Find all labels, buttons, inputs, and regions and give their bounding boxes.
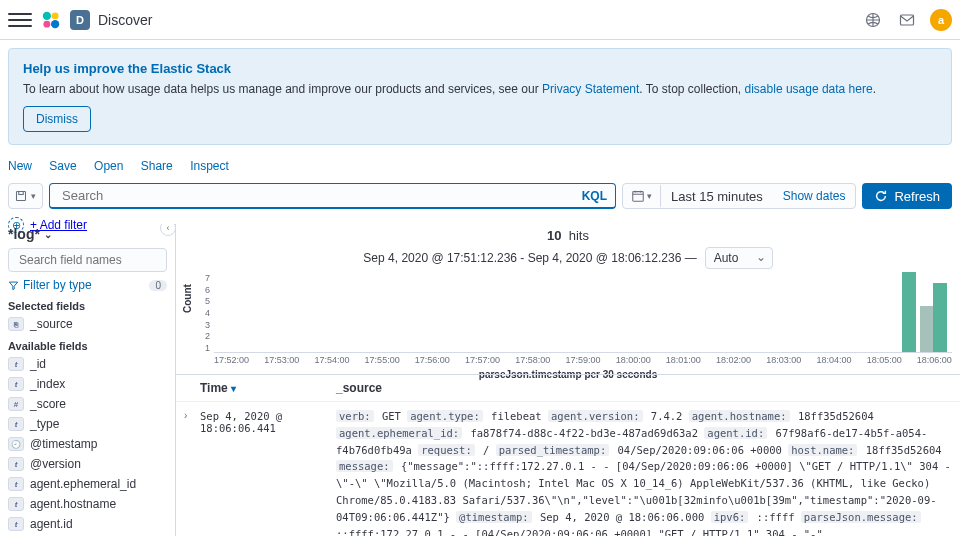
refresh-button[interactable]: Refresh [862,183,952,209]
interval-select[interactable]: Auto [705,247,773,269]
available-fields-label: Available fields [8,340,167,352]
field-item[interactable]: t@version [8,454,167,474]
menu-toggle-icon[interactable] [8,8,32,32]
hits-count: 10 hits [176,224,960,247]
svg-rect-5 [901,15,914,25]
doc-time: Sep 4, 2020 @ 18:06:06.441 [200,408,336,434]
time-range-text: Sep 4, 2020 @ 17:51:12.236 - Sep 4, 2020… [363,251,696,265]
kql-toggle[interactable]: KQL [582,189,607,203]
show-dates-link[interactable]: Show dates [773,185,856,207]
y-axis: 7654321 [200,273,210,353]
query-bar: ▾ KQL ▾ Last 15 minutes Show dates Refre… [0,179,960,213]
histogram-chart[interactable]: Count 7654321 17:52:0017:53:0017:54:0017… [184,273,952,383]
elastic-logo-icon [40,9,62,31]
collapse-sidebar-icon[interactable]: ‹ [160,224,176,236]
field-item[interactable]: t_id [8,354,167,374]
field-item[interactable]: tagent.ephemeral_id [8,474,167,494]
share-link[interactable]: Share [141,159,173,173]
chevron-down-icon: ⌄ [44,229,52,240]
field-item[interactable]: ⎘_source [8,314,167,334]
chart-plot [214,273,952,353]
inspect-link[interactable]: Inspect [190,159,229,173]
x-axis: 17:52:0017:53:0017:54:0017:55:0017:56:00… [214,355,952,365]
field-item[interactable]: tagent.hostname [8,494,167,514]
table-header: Time ▾ _source [176,375,960,402]
svg-point-3 [51,20,59,28]
svg-rect-7 [19,192,24,195]
field-item[interactable]: tagent.id [8,514,167,534]
newsfeed-icon[interactable] [862,9,884,31]
date-range-label[interactable]: Last 15 minutes [661,185,773,208]
y-axis-label: Count [182,284,193,313]
privacy-link[interactable]: Privacy Statement [542,82,639,96]
results-panel: 10 hits Sep 4, 2020 @ 17:51:12.236 - Sep… [176,224,960,536]
refresh-icon [874,189,888,203]
svg-point-2 [43,20,50,27]
field-search[interactable] [8,248,167,272]
selected-fields-label: Selected fields [8,300,167,312]
svg-rect-8 [633,192,644,202]
mail-icon[interactable] [896,9,918,31]
field-item[interactable]: 🕘@timestamp [8,434,167,454]
search-input[interactable] [58,184,582,207]
filter-count-badge: 0 [149,280,167,291]
chart-bar[interactable] [933,283,947,352]
field-item[interactable]: t_index [8,374,167,394]
telemetry-callout: Help us improve the Elastic Stack To lea… [8,48,952,145]
saved-query-button[interactable]: ▾ [8,183,43,209]
app-header: D Discover a [0,0,960,40]
open-link[interactable]: Open [94,159,123,173]
svg-point-1 [52,12,59,19]
chart-bar[interactable] [902,272,916,352]
date-picker: ▾ Last 15 minutes Show dates [622,183,857,209]
disable-data-link[interactable]: disable usage data here [745,82,873,96]
doc-source: verb: GET agent.type: filebeat agent.ver… [336,408,952,536]
chart-bar[interactable] [920,306,934,352]
field-item[interactable]: #_score [8,394,167,414]
filter-icon [8,280,19,291]
disk-icon [15,190,27,202]
field-search-input[interactable] [19,253,169,267]
user-avatar[interactable]: a [930,9,952,31]
save-link[interactable]: Save [49,159,76,173]
callout-title: Help us improve the Elastic Stack [23,61,937,76]
callout-text: To learn about how usage data helps us m… [23,82,937,96]
sort-desc-icon: ▾ [231,383,236,394]
table-row: › Sep 4, 2020 @ 18:06:06.441 verb: GET a… [176,402,960,536]
svg-rect-6 [17,192,26,201]
chevron-down-icon: ▾ [31,191,36,201]
expand-row-icon[interactable]: › [184,408,200,421]
app-badge: D [70,10,90,30]
time-column-header[interactable]: Time ▾ [200,381,336,395]
new-link[interactable]: New [8,159,32,173]
docs-table: Time ▾ _source › Sep 4, 2020 @ 18:06:06.… [176,374,960,536]
dismiss-button[interactable]: Dismiss [23,106,91,132]
filter-by-type[interactable]: Filter by type 0 [8,276,167,294]
source-column-header[interactable]: _source [336,381,952,395]
page-title: Discover [98,12,152,28]
index-pattern-selector[interactable]: *log* ⌄ [8,226,167,242]
calendar-button[interactable]: ▾ [623,185,661,207]
fields-sidebar: ‹ *log* ⌄ Filter by type 0 Selected fiel… [0,224,176,536]
top-menu: New Save Open Share Inspect [0,153,960,179]
svg-point-0 [43,11,51,19]
search-box[interactable]: KQL [49,183,616,209]
calendar-icon [631,189,645,203]
field-item[interactable]: t_type [8,414,167,434]
